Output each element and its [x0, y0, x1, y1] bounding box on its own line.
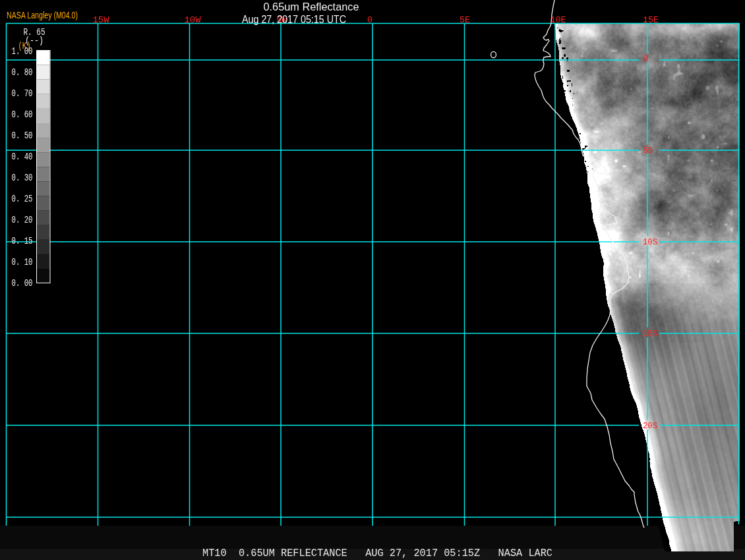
svg-text:0. 40: 0. 40 [12, 152, 33, 162]
svg-text:10S: 10S [643, 237, 657, 247]
svg-text:0. 50: 0. 50 [12, 130, 33, 141]
svg-text:NASA Langley (M04.0): NASA Langley (M04.0) [7, 10, 78, 20]
svg-text:0. 60: 0. 60 [12, 109, 33, 120]
svg-text:15W: 15W [93, 15, 109, 25]
svg-text:0. 30: 0. 30 [12, 173, 33, 183]
svg-text:0. 10: 0. 10 [12, 257, 33, 267]
svg-text:10E: 10E [551, 15, 566, 25]
svg-text:0. 20: 0. 20 [12, 215, 33, 225]
svg-text:15E: 15E [643, 15, 659, 25]
svg-text:0. 25: 0. 25 [12, 194, 33, 204]
svg-text:5S: 5S [643, 146, 653, 155]
svg-text:0. 00: 0. 00 [12, 278, 33, 289]
svg-text:0. 15: 0. 15 [12, 236, 33, 246]
svg-text:0. 80: 0. 80 [12, 67, 33, 78]
svg-text:10W: 10W [185, 15, 201, 25]
svg-text:1. 00: 1. 00 [12, 46, 33, 57]
svg-text:Aug 27, 2017 05:15 UTC: Aug 27, 2017 05:15 UTC [242, 13, 346, 26]
svg-text:5E: 5E [460, 15, 470, 25]
svg-text:0: 0 [367, 15, 372, 25]
svg-text:0. 70: 0. 70 [12, 88, 33, 99]
svg-text:0: 0 [643, 54, 648, 64]
svg-text:15S: 15S [643, 329, 657, 339]
svg-text:20S: 20S [643, 421, 657, 431]
svg-text:MT10 0.65UM REFLECTANCE AUG: MT10 0.65UM REFLECTANCE AUG 27, 2017 05:… [202, 547, 552, 559]
svg-text:0.65um Reflectance: 0.65um Reflectance [264, 1, 359, 13]
